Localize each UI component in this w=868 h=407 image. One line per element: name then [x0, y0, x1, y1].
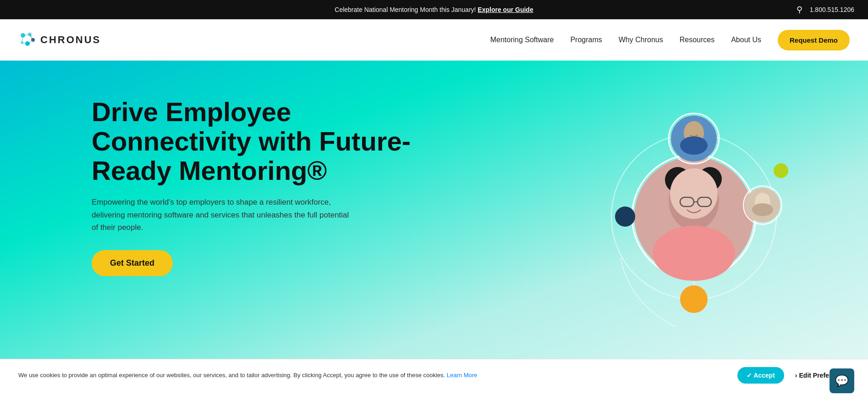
- hero-content: Drive Employee Connectivity with Future-…: [92, 88, 412, 276]
- chevron-right-icon: ›: [795, 372, 797, 379]
- request-demo-button[interactable]: Request Demo: [778, 30, 850, 50]
- svg-point-21: [670, 168, 718, 219]
- chat-icon: 💬: [835, 374, 849, 387]
- logo-text: CHRONUS: [40, 34, 101, 46]
- navbar: CHRONUS Mentoring Software Programs Why …: [0, 19, 868, 61]
- phone-number: 1.800.515.1206: [810, 6, 854, 13]
- cookie-text: We use cookies to provide an optimal exp…: [18, 372, 726, 379]
- chat-widget-button[interactable]: 💬: [830, 368, 854, 391]
- svg-point-34: [752, 203, 773, 216]
- nav-item-about-us[interactable]: About Us: [731, 36, 761, 44]
- nav-item-mentoring-software[interactable]: Mentoring Software: [490, 36, 554, 44]
- hero-subtitle: Empowering the world's top employers to …: [92, 196, 357, 234]
- hero-illustration: [584, 74, 813, 340]
- hero-section: Drive Employee Connectivity with Future-…: [0, 61, 868, 359]
- svg-point-36: [774, 163, 788, 178]
- svg-point-29: [680, 136, 708, 155]
- nav-item-resources[interactable]: Resources: [680, 36, 714, 44]
- svg-point-25: [653, 226, 735, 281]
- svg-point-30: [615, 206, 635, 227]
- announcement-link[interactable]: Explore our Guide: [478, 6, 533, 13]
- accept-button[interactable]: ✓ Accept: [737, 367, 784, 384]
- hero-title: Drive Employee Connectivity with Future-…: [92, 97, 412, 185]
- learn-more-link[interactable]: Learn More: [447, 372, 477, 379]
- nav-item-programs[interactable]: Programs: [570, 36, 602, 44]
- top-bar-right: ⚲ 1.800.515.1206: [797, 5, 854, 15]
- top-bar: Celebrate National Mentoring Month this …: [0, 0, 868, 19]
- nav-item-why-chronus[interactable]: Why Chronus: [619, 36, 663, 44]
- logo[interactable]: CHRONUS: [18, 31, 101, 49]
- nav-links: Mentoring Software Programs Why Chronus …: [490, 30, 850, 50]
- get-started-button[interactable]: Get Started: [92, 250, 173, 276]
- svg-point-35: [680, 285, 708, 313]
- logo-icon: [18, 31, 37, 49]
- announcement-text: Celebrate National Mentoring Month this …: [335, 6, 533, 13]
- search-icon[interactable]: ⚲: [797, 5, 802, 15]
- cookie-bar: We use cookies to provide an optimal exp…: [0, 359, 868, 391]
